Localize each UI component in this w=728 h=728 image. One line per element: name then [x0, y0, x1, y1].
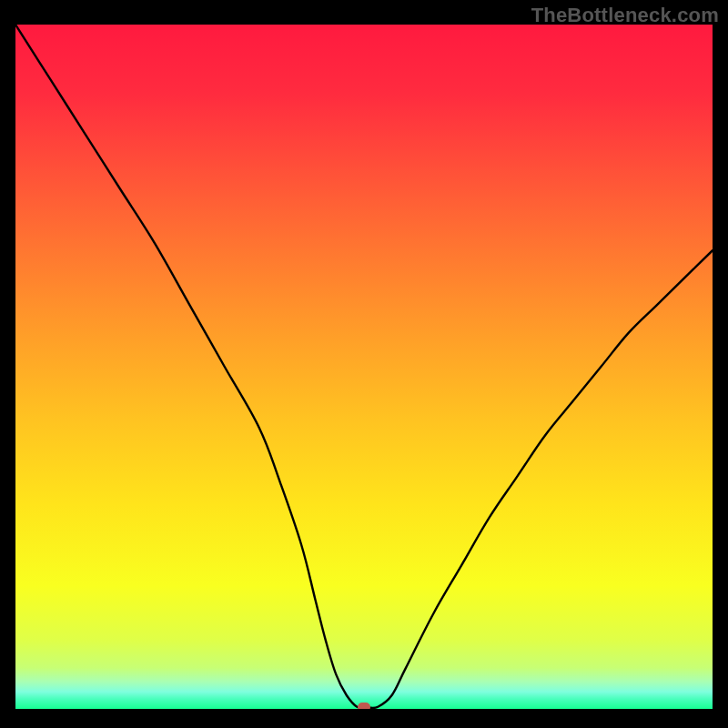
chart-frame: TheBottleneck.com: [0, 0, 728, 728]
watermark-text: TheBottleneck.com: [531, 4, 719, 27]
bottleneck-curve: [15, 25, 713, 709]
minimum-marker: [358, 703, 370, 709]
plot-area: [15, 25, 713, 709]
